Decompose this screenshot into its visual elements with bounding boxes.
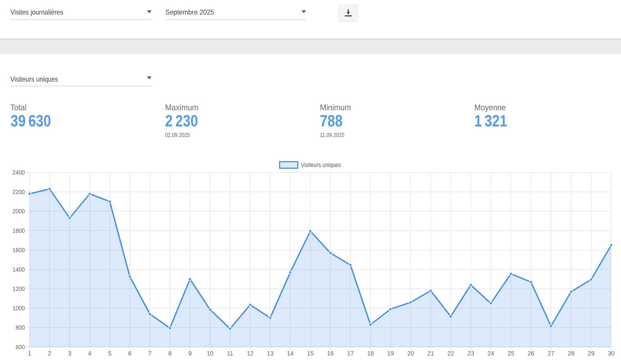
svg-text:19: 19 xyxy=(387,350,394,357)
svg-text:17: 17 xyxy=(347,350,354,357)
svg-text:11: 11 xyxy=(227,350,233,357)
svg-text:24: 24 xyxy=(487,350,494,357)
svg-text:800: 800 xyxy=(16,324,25,331)
svg-text:22: 22 xyxy=(447,350,454,357)
svg-text:2: 2 xyxy=(48,350,51,357)
svg-text:2200: 2200 xyxy=(13,188,25,195)
svg-text:1800: 1800 xyxy=(13,227,25,234)
svg-text:7: 7 xyxy=(148,350,152,357)
svg-text:8: 8 xyxy=(168,350,172,357)
svg-text:1400: 1400 xyxy=(13,266,25,273)
svg-text:20: 20 xyxy=(407,350,414,357)
svg-text:12: 12 xyxy=(247,350,254,357)
svg-text:9: 9 xyxy=(188,350,191,357)
svg-text:26: 26 xyxy=(528,350,535,357)
svg-text:1: 1 xyxy=(28,350,31,357)
svg-text:30: 30 xyxy=(608,350,615,357)
svg-text:1000: 1000 xyxy=(13,305,25,311)
svg-text:2000: 2000 xyxy=(13,208,25,215)
svg-text:27: 27 xyxy=(548,350,554,357)
svg-text:28: 28 xyxy=(568,350,574,357)
svg-text:15: 15 xyxy=(307,350,314,357)
svg-text:10: 10 xyxy=(207,350,213,357)
svg-text:2400: 2400 xyxy=(13,169,25,176)
svg-text:13: 13 xyxy=(267,350,274,357)
svg-text:23: 23 xyxy=(467,350,474,357)
svg-text:16: 16 xyxy=(327,350,334,357)
svg-text:3: 3 xyxy=(68,350,71,357)
svg-text:29: 29 xyxy=(588,350,595,357)
svg-text:21: 21 xyxy=(427,350,434,357)
svg-text:4: 4 xyxy=(88,350,91,357)
svg-text:18: 18 xyxy=(367,350,374,357)
svg-text:600: 600 xyxy=(16,344,25,350)
svg-text:25: 25 xyxy=(507,350,514,357)
svg-text:6: 6 xyxy=(128,350,131,357)
svg-text:1200: 1200 xyxy=(13,285,25,292)
svg-text:5: 5 xyxy=(108,350,111,357)
svg-text:1600: 1600 xyxy=(13,247,25,253)
svg-text:Visiteurs uniques: Visiteurs uniques xyxy=(301,161,341,168)
svg-text:14: 14 xyxy=(287,350,294,357)
